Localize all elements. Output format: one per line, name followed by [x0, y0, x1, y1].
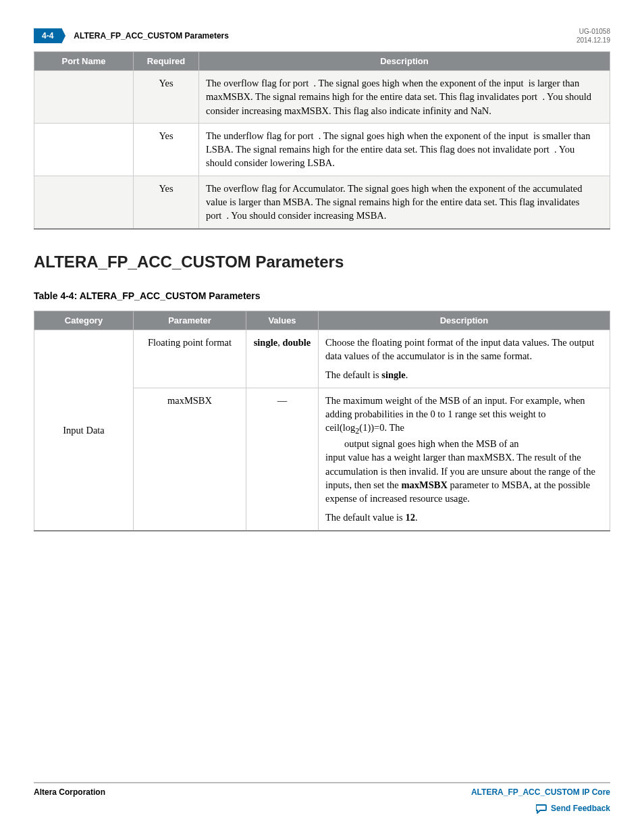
page-number: 4-4	[34, 28, 61, 43]
desc-default-post: .	[406, 369, 408, 380]
cell-port	[34, 123, 134, 176]
footer-left: Altera Corporation	[34, 787, 105, 797]
col-required: Required	[134, 52, 199, 71]
cell-desc: Choose the floating point format of the …	[319, 330, 610, 388]
table-header-row: Port Name Required Description	[34, 52, 610, 71]
table-row: Yes The overflow flag for Accumulator. T…	[34, 176, 610, 228]
desc-default-bold: single	[381, 369, 405, 380]
cell-desc: The overflow flag for Accumulator. The s…	[199, 176, 610, 228]
footer-right-link[interactable]: ALTERA_FP_ACC_CUSTOM IP Core	[471, 787, 610, 797]
cell-parameter: maxMSBX	[134, 388, 246, 531]
ports-table: Port Name Required Description Yes The o…	[34, 51, 610, 230]
table-row: Yes The overflow flag for port . The sig…	[34, 71, 610, 124]
send-feedback-link[interactable]: Send Feedback	[34, 804, 610, 814]
desc-indent: output signal goes high when the MSB of …	[344, 437, 603, 450]
page-number-decor	[61, 28, 65, 44]
table-row: Input Data Floating point format single,…	[34, 330, 610, 388]
desc-p1b: (1))=0. The	[359, 422, 404, 433]
desc-default-pre: The default is	[325, 369, 381, 380]
cell-port	[34, 71, 134, 124]
cell-values: single, double	[246, 330, 319, 388]
cell-desc: The overflow flag for port . The signal …	[199, 71, 610, 124]
section-heading: ALTERA_FP_ACC_CUSTOM Parameters	[34, 253, 610, 271]
col-category: Category	[34, 311, 134, 330]
table-header-row: Category Parameter Values Description	[34, 311, 610, 330]
feedback-label: Send Feedback	[551, 804, 610, 813]
page-footer: Altera Corporation ALTERA_FP_ACC_CUSTOM …	[34, 782, 610, 814]
desc-default-pre: The default value is	[325, 512, 405, 523]
table-caption: Table 4-4: ALTERA_FP_ACC_CUSTOM Paramete…	[34, 290, 610, 301]
col-values: Values	[246, 311, 319, 330]
cell-port	[34, 176, 134, 228]
desc-main: Choose the floating point format of the …	[325, 337, 594, 361]
cell-values: —	[246, 388, 319, 531]
feedback-icon	[536, 804, 548, 814]
doc-id: UG-01058	[576, 27, 610, 36]
col-description: Description	[199, 52, 610, 71]
running-header-title: ALTERA_FP_ACC_CUSTOM Parameters	[74, 31, 576, 41]
col-parameter: Parameter	[134, 311, 246, 330]
value-double: double	[282, 337, 311, 348]
cell-parameter: Floating point format	[134, 330, 246, 388]
desc-default-post: .	[415, 512, 418, 523]
cell-required: Yes	[134, 71, 199, 124]
desc-bold-param: maxMSBX	[401, 479, 447, 490]
cell-desc: The underflow flag for port . The signal…	[199, 123, 610, 176]
page-header: 4-4 ALTERA_FP_ACC_CUSTOM Parameters UG-0…	[34, 27, 610, 45]
parameters-table: Category Parameter Values Description In…	[34, 311, 610, 531]
table-row: Yes The underflow flag for port . The si…	[34, 123, 610, 176]
cell-required: Yes	[134, 123, 199, 176]
doc-date: 2014.12.19	[576, 36, 610, 45]
doc-meta: UG-01058 2014.12.19	[576, 27, 610, 45]
desc-default-bold: 12	[405, 512, 415, 523]
value-single: single	[254, 337, 277, 348]
cell-category: Input Data	[34, 330, 134, 531]
cell-desc: The maximum weight of the MSB of an inpu…	[319, 388, 610, 531]
col-port-name: Port Name	[34, 52, 134, 71]
cell-required: Yes	[134, 176, 199, 228]
col-description: Description	[319, 311, 610, 330]
